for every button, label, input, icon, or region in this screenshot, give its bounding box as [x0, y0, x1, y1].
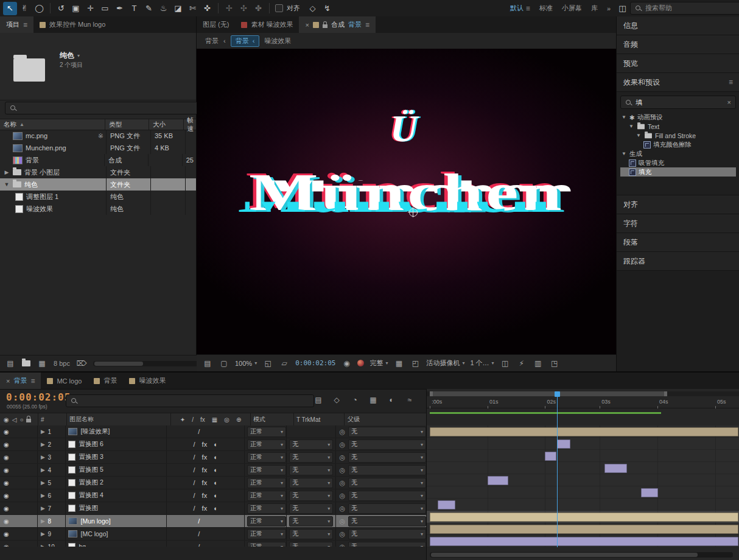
- composition-viewport[interactable]: Ü Ü Ü München München München München Mü…: [197, 49, 616, 355]
- current-timecode[interactable]: 0:00:02:05: [6, 391, 71, 403]
- pickwhip-icon[interactable]: ◎: [339, 428, 345, 436]
- fx-switch[interactable]: fx: [202, 453, 208, 461]
- trkmat-dropdown[interactable]: 无▾: [289, 452, 333, 463]
- motion-blur-switch[interactable]: ◐: [214, 466, 218, 474]
- timeline-tab-bg-active[interactable]: × 背景 ≡: [0, 373, 41, 389]
- panel-preview[interactable]: 预览: [617, 54, 739, 73]
- panel-character[interactable]: 字符: [617, 214, 739, 233]
- quality-switch[interactable]: /: [198, 428, 200, 435]
- workspace-tab-standard[interactable]: 标准: [535, 0, 557, 16]
- twirl-icon[interactable]: ▶: [40, 441, 46, 447]
- timeline-tab-bg[interactable]: 背景: [88, 373, 123, 389]
- snapshot-camera-icon[interactable]: ◉: [341, 358, 352, 369]
- tree-item-eyedropper-fill[interactable]: 吸管填充: [620, 158, 736, 167]
- resolution-dropdown[interactable]: 完整 ▾: [370, 359, 388, 368]
- close-icon[interactable]: ×: [305, 21, 309, 29]
- frame-blend-icon[interactable]: ▦: [368, 394, 379, 405]
- mode-dropdown[interactable]: 正常▾: [247, 516, 286, 527]
- pan-behind-tool-icon[interactable]: ✛: [83, 2, 97, 15]
- eye-icon[interactable]: ◉: [4, 480, 9, 486]
- quality-switch[interactable]: /: [198, 530, 200, 537]
- workspace-overflow-chevron[interactable]: »: [603, 0, 615, 16]
- table-row[interactable]: 调整图层 1 纯色: [0, 191, 196, 203]
- pen-tool-icon[interactable]: ✒: [113, 2, 127, 15]
- layer-row[interactable]: ◉ ▶6 置换图 4 /fx◐ 正常▾ 无▾ ◎无▾: [0, 489, 426, 502]
- zoom-tool-icon[interactable]: ◯: [32, 2, 46, 15]
- trkmat-dropdown[interactable]: 无▾: [289, 529, 333, 539]
- motion-blur-icon[interactable]: ◐: [386, 394, 397, 405]
- workspace-tab-library[interactable]: 库: [587, 0, 602, 16]
- pixel-aspect-icon[interactable]: ◫: [500, 358, 511, 369]
- flowchart-button-icon[interactable]: ◳: [549, 358, 560, 369]
- eye-icon[interactable]: ◉: [4, 492, 9, 499]
- interpret-footage-icon[interactable]: ▤: [5, 358, 16, 369]
- workspace-tab-small-screen[interactable]: 小屏幕: [558, 0, 586, 16]
- mask-feather-icon[interactable]: ◇: [306, 2, 320, 15]
- quality-switch[interactable]: /: [194, 466, 195, 474]
- tree-item-fill-and-stroke[interactable]: ▼ Fill and Stroke: [620, 131, 736, 140]
- pickwhip-icon[interactable]: ◎: [339, 453, 345, 461]
- layer-duration-bar[interactable]: [641, 488, 657, 497]
- trash-icon[interactable]: ⌦: [76, 358, 87, 369]
- trkmat-dropdown[interactable]: 无▾: [289, 503, 333, 514]
- brush-tool-icon[interactable]: ✎: [142, 2, 156, 15]
- panel-info[interactable]: 信息: [617, 16, 739, 35]
- parent-dropdown[interactable]: 无▾: [348, 452, 426, 463]
- pickwhip-icon[interactable]: ◎: [339, 479, 345, 487]
- graph-editor-icon[interactable]: ≈: [404, 394, 415, 405]
- breadcrumb-item-current[interactable]: 背景 ‹: [231, 35, 260, 47]
- breadcrumb-item[interactable]: 噪波效果: [264, 37, 291, 46]
- tree-item-fill-color-wipe[interactable]: 填充颜色擦除: [620, 140, 736, 149]
- fx-switch[interactable]: fx: [202, 492, 208, 499]
- trkmat-dropdown[interactable]: 无▾: [289, 491, 333, 501]
- layer-duration-bar[interactable]: [430, 525, 738, 534]
- layer-row-selected[interactable]: ◉ ▶8 [Mun logo] / 正常▾ 无▾ ◎无▾: [0, 515, 426, 528]
- draft-3d-icon[interactable]: ◇: [331, 394, 342, 405]
- region-of-interest-icon[interactable]: ◱: [262, 358, 273, 369]
- fast-preview-icon[interactable]: ⚡: [516, 358, 527, 369]
- panel-paragraph[interactable]: 段落: [617, 233, 739, 252]
- panel-layout-icon[interactable]: ◫: [615, 2, 629, 15]
- tab-effect-controls[interactable]: 效果控件 Mun logo: [33, 16, 111, 33]
- pickwhip-icon[interactable]: ◎: [339, 466, 345, 474]
- workspace-tab-default[interactable]: 默认 ≡: [506, 0, 534, 16]
- panel-menu-icon[interactable]: ≡: [30, 377, 35, 385]
- motion-blur-switch[interactable]: ◐: [214, 492, 218, 499]
- layer-row[interactable]: ◉ ▶9 [MC logo] / 正常▾ 无▾ ◎无▾: [0, 528, 426, 541]
- mode-dropdown[interactable]: 正常▾: [247, 529, 286, 539]
- trkmat-dropdown[interactable]: 无▾: [289, 465, 333, 475]
- project-table-header[interactable]: 名称 ▲ 类型 大小 帧速: [0, 119, 196, 130]
- current-time-indicator[interactable]: [557, 391, 558, 547]
- layer-duration-bar-selected[interactable]: [430, 513, 738, 522]
- panel-menu-icon[interactable]: ≡: [365, 21, 370, 29]
- eye-icon[interactable]: ◉: [4, 467, 9, 474]
- new-folder-icon[interactable]: [22, 360, 30, 366]
- eye-icon[interactable]: ◉: [4, 429, 9, 435]
- layer-duration-bar[interactable]: [545, 452, 556, 461]
- mode-dropdown[interactable]: 正常▾: [247, 465, 286, 475]
- mask-visibility-icon[interactable]: ▱: [279, 358, 290, 369]
- quality-switch[interactable]: /: [198, 517, 200, 525]
- motion-blur-switch[interactable]: ◐: [214, 479, 218, 486]
- table-row[interactable]: mc.png ※ PNG 文件 35 KB: [0, 130, 196, 142]
- table-row[interactable]: 噪波效果 纯色: [0, 203, 196, 215]
- rotobezier-icon[interactable]: ↯: [320, 2, 334, 15]
- screen-mode-icon[interactable]: ▢: [219, 358, 229, 369]
- quality-switch[interactable]: /: [194, 505, 195, 512]
- fx-switch[interactable]: fx: [202, 479, 208, 486]
- time-ruler[interactable]: :00s 01s 02s 03s 04s 05s: [427, 397, 739, 408]
- table-row-selected[interactable]: ▼ 纯色 文件夹: [0, 178, 196, 191]
- eye-icon[interactable]: ◉: [4, 531, 9, 537]
- layer-duration-bar[interactable]: [604, 464, 627, 473]
- motion-blur-switch[interactable]: ◐: [214, 505, 218, 512]
- layer-row[interactable]: ◉ ▶3 置换图 3 /fx◐ 正常▾ 无▾ ◎无▾: [0, 451, 426, 464]
- eye-icon[interactable]: ◉: [4, 454, 9, 461]
- table-row[interactable]: 背景 合成 25: [0, 154, 196, 166]
- parent-dropdown[interactable]: 无▾: [348, 503, 426, 514]
- help-search-input[interactable]: 搜索帮助: [630, 2, 739, 15]
- pickwhip-icon[interactable]: ◎: [339, 530, 345, 538]
- layer-duration-bar[interactable]: [430, 537, 738, 546]
- twirl-icon[interactable]: ▶: [40, 518, 46, 524]
- close-icon[interactable]: ×: [6, 377, 10, 385]
- shape-tool-icon[interactable]: ▭: [98, 2, 112, 15]
